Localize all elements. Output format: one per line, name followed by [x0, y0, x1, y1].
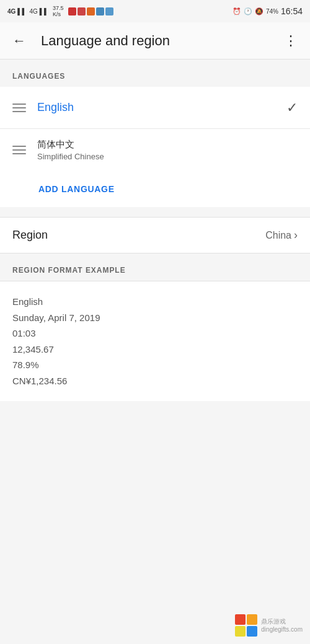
format-line-4: 78.9%	[12, 357, 298, 373]
selected-checkmark: ✓	[286, 100, 298, 116]
more-options-button[interactable]: ⋮	[279, 28, 303, 54]
drag-line	[12, 149, 26, 151]
format-line-2: 01:03	[12, 325, 298, 342]
drag-handle-english[interactable]	[12, 104, 26, 112]
app-bar: ← Language and region ⋮	[0, 22, 310, 60]
region-value: China	[265, 230, 291, 241]
language-name-english: English	[37, 101, 286, 114]
language-list: English ✓ 简体中文 Simplified Chinese	[0, 87, 310, 171]
format-line-1: Sunday, April 7, 2019	[12, 310, 298, 326]
language-item-english[interactable]: English ✓	[0, 87, 310, 129]
icon1	[68, 7, 76, 15]
language-info-english: English	[37, 101, 286, 114]
region-label: Region	[12, 229, 48, 242]
watermark-brand: 鼎乐游戏	[261, 617, 303, 625]
signal-bars-1: ▌▌	[17, 8, 26, 15]
drag-line	[12, 146, 26, 147]
watermark-text-container: 鼎乐游戏 dinglegifts.com	[261, 617, 303, 633]
drag-handle-chinese[interactable]	[12, 146, 26, 154]
region-item[interactable]: Region China ›	[0, 217, 310, 254]
language-info-chinese: 简体中文 Simplified Chinese	[37, 139, 298, 161]
clock-icon: 🕐	[244, 7, 252, 15]
notification-icons	[68, 7, 113, 15]
watermark-logo	[235, 614, 257, 637]
language-sub-chinese: Simplified Chinese	[37, 152, 298, 161]
logo-sq4	[247, 626, 257, 637]
format-line-3: 12,345.67	[12, 342, 298, 358]
icon5	[105, 7, 113, 15]
bell-icon: 🔕	[255, 7, 264, 15]
region-value-container: China ›	[265, 229, 298, 242]
drag-line	[12, 107, 26, 108]
add-language-container: ADD LANGUAGE	[0, 171, 310, 207]
logo-sq3	[235, 626, 246, 637]
logo-sq2	[247, 614, 257, 625]
language-item-chinese[interactable]: 简体中文 Simplified Chinese	[0, 129, 310, 171]
region-format-header: REGION FORMAT EXAMPLE	[0, 254, 310, 281]
region-separator	[0, 207, 310, 217]
time-display: 16:54	[281, 6, 303, 16]
signal-indicator-2: 4G	[30, 8, 38, 15]
logo-sq1	[235, 614, 246, 625]
drag-line	[12, 111, 26, 112]
icon4	[96, 7, 104, 15]
chevron-right-icon: ›	[294, 229, 298, 242]
alarm-icon: ⏰	[232, 7, 241, 15]
languages-section-header: LANGUAGES	[0, 60, 310, 87]
icon3	[87, 7, 95, 15]
watermark: 鼎乐游戏 dinglegifts.com	[235, 614, 303, 637]
drag-line	[12, 104, 26, 105]
region-format-content: English Sunday, April 7, 2019 01:03 12,3…	[0, 281, 310, 401]
language-name-chinese: 简体中文	[37, 139, 298, 151]
status-right: ⏰ 🕐 🔕 74% 16:54	[232, 6, 303, 16]
status-bar: 4G ▌▌ 4G ▌▌ 37.5K/s ⏰ 🕐 🔕 74% 16:54	[0, 0, 310, 22]
drag-line	[12, 153, 26, 154]
speed-indicator: 37.5K/s	[53, 5, 64, 17]
signal-bars-2: ▌▌	[40, 8, 48, 15]
battery-indicator: 74%	[266, 8, 278, 15]
status-left: 4G ▌▌ 4G ▌▌ 37.5K/s	[7, 5, 113, 17]
signal-indicator: 4G	[7, 8, 16, 15]
back-button[interactable]: ←	[7, 28, 31, 54]
format-line-0: English	[12, 294, 298, 310]
format-line-5: CN¥1,234.56	[12, 373, 298, 389]
watermark-url: dinglegifts.com	[261, 625, 303, 633]
icon2	[78, 7, 86, 15]
add-language-button[interactable]: ADD LANGUAGE	[38, 184, 115, 194]
page-title: Language and region	[41, 33, 269, 49]
